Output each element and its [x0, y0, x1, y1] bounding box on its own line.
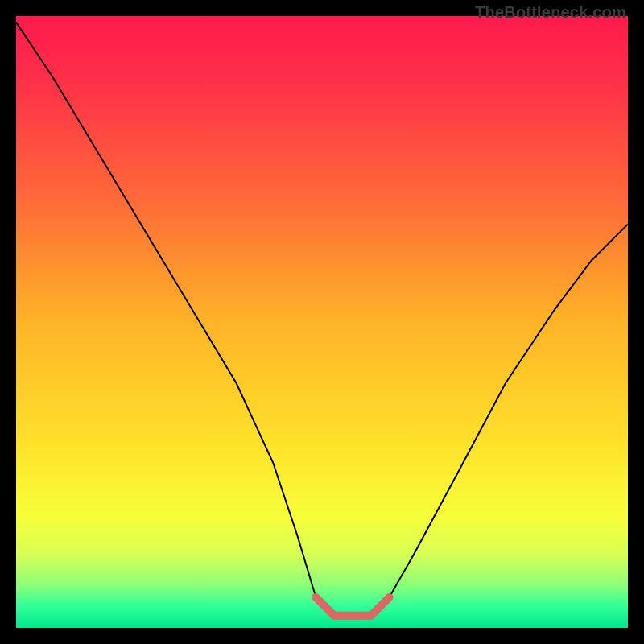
watermark-text: TheBottleneck.com	[475, 3, 626, 22]
background-gradient	[16, 16, 628, 628]
plot-area	[16, 16, 628, 628]
chart-frame: TheBottleneck.com	[0, 0, 644, 644]
svg-rect-0	[16, 16, 628, 628]
